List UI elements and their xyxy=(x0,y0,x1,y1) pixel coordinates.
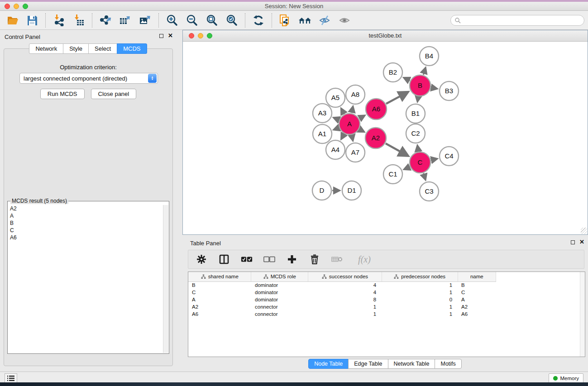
show-columns-icon[interactable] xyxy=(218,253,230,265)
table-cell[interactable]: dominator xyxy=(251,296,308,303)
table-cell[interactable]: 1 xyxy=(382,281,458,289)
graph-edge-C-C1[interactable] xyxy=(408,167,410,168)
import-network-icon[interactable] xyxy=(52,14,66,27)
graph-edge-C-C4[interactable] xyxy=(431,160,433,160)
tab-node-table[interactable]: Node Table xyxy=(308,359,349,369)
network-close-button[interactable] xyxy=(189,33,194,38)
tab-mcds[interactable]: MCDS xyxy=(117,43,147,54)
panel-toggle-button[interactable] xyxy=(5,373,17,383)
run-mcds-button[interactable]: Run MCDS xyxy=(40,89,85,99)
graph-edge-A-A6[interactable] xyxy=(359,118,361,119)
network-canvas[interactable]: B4B2BB3B1A5A8A6A3AA1A2A4A7C2CC1C4C3DD1 xyxy=(183,42,588,234)
table-cell[interactable]: dominator xyxy=(251,289,308,296)
table-cell[interactable]: C xyxy=(188,289,251,296)
table-row[interactable]: A2connector11A2 xyxy=(188,303,496,310)
table-cell[interactable]: A2 xyxy=(458,303,496,310)
mcds-result-item[interactable]: A6 xyxy=(10,234,163,241)
table-cell[interactable]: 0 xyxy=(382,296,458,303)
column-header-successor-nodes[interactable]: successor nodes xyxy=(308,272,382,281)
network-zoom-button[interactable] xyxy=(207,33,212,38)
graph-edge-B-B4[interactable] xyxy=(423,72,424,75)
tab-network[interactable]: Network xyxy=(29,43,63,54)
graph-edge-C-C2[interactable] xyxy=(418,150,419,151)
tab-select[interactable]: Select xyxy=(88,43,117,54)
open-session-icon[interactable] xyxy=(5,14,19,27)
table-cell[interactable]: 1 xyxy=(308,310,382,318)
table-cell[interactable]: 1 xyxy=(382,289,458,296)
export-network-icon[interactable] xyxy=(99,14,112,27)
tab-edge-table[interactable]: Edge Table xyxy=(348,359,388,369)
table-row[interactable]: Bdominator41B xyxy=(188,281,496,289)
graph-edge-A-A1[interactable] xyxy=(338,128,339,129)
graph-edge-A6-B[interactable] xyxy=(386,95,402,104)
delete-rows-icon[interactable] xyxy=(309,253,320,265)
duplicate-network-icon[interactable] xyxy=(278,14,292,27)
table-settings-icon[interactable] xyxy=(196,253,207,265)
table-cell[interactable]: dominator xyxy=(251,281,308,289)
table-cell[interactable]: 1 xyxy=(382,303,458,310)
column-header-predecessor-nodes[interactable]: predecessor nodes xyxy=(382,272,458,281)
add-row-icon[interactable] xyxy=(286,253,298,265)
table-cell[interactable]: 4 xyxy=(308,289,382,296)
mcds-result-item[interactable]: C xyxy=(10,227,163,234)
float-panel-icon[interactable] xyxy=(159,34,163,38)
zoom-in-icon[interactable] xyxy=(165,14,179,27)
table-cell[interactable]: A xyxy=(188,296,251,303)
search-input[interactable] xyxy=(461,17,580,24)
result-scrollbar[interactable] xyxy=(163,205,168,353)
memory-button[interactable]: Memory xyxy=(549,373,583,383)
graph-edge-A-A7[interactable] xyxy=(352,135,352,136)
float-table-panel-icon[interactable] xyxy=(571,240,575,244)
import-table-icon[interactable] xyxy=(72,14,86,27)
graph-edge-B-B2[interactable] xyxy=(408,80,410,81)
show-hidden-icon[interactable] xyxy=(338,14,352,27)
graph-edge-A-A8[interactable] xyxy=(352,111,352,113)
close-window-button[interactable] xyxy=(5,4,10,9)
mcds-result-item[interactable]: A xyxy=(10,212,163,219)
refresh-icon[interactable] xyxy=(252,14,265,27)
mcds-result-item[interactable]: A2 xyxy=(10,205,163,212)
tab-style[interactable]: Style xyxy=(63,43,89,54)
table-cell[interactable]: C xyxy=(458,289,496,296)
table-row[interactable]: Cdominator41C xyxy=(188,289,496,296)
delete-column-icon[interactable] xyxy=(331,253,343,265)
table-row[interactable]: Adominator80A xyxy=(188,296,496,303)
deselect-all-icon[interactable] xyxy=(263,253,275,265)
tab-motifs[interactable]: Motifs xyxy=(435,359,461,369)
graph-edge-C-C3[interactable] xyxy=(423,173,424,176)
tab-network-table[interactable]: Network Table xyxy=(388,359,435,369)
table-cell[interactable]: 8 xyxy=(308,296,382,303)
network-window-titlebar[interactable]: testGlobe.txt xyxy=(183,30,588,42)
graph-edge-A2-C[interactable] xyxy=(386,143,402,152)
graph-edge-B-B3[interactable] xyxy=(431,88,433,88)
zoom-window-button[interactable] xyxy=(23,4,28,9)
export-table-icon[interactable] xyxy=(119,14,132,27)
table-cell[interactable]: 1 xyxy=(308,303,382,310)
search-field[interactable] xyxy=(450,15,584,26)
close-panel-icon[interactable]: ✕ xyxy=(168,33,173,38)
resize-grip[interactable] xyxy=(581,228,587,234)
graph-edge-A-A2[interactable] xyxy=(359,129,360,130)
graph-edge-A-A4[interactable] xyxy=(343,134,344,135)
minimize-window-button[interactable] xyxy=(14,4,19,9)
graph-edge-A-A3[interactable] xyxy=(338,119,339,120)
column-header-mcds-role[interactable]: MCDS role xyxy=(251,272,308,281)
zoom-selected-icon[interactable] xyxy=(225,14,239,27)
column-header-name[interactable]: name xyxy=(458,272,496,281)
column-header-shared-name[interactable]: shared name xyxy=(188,272,251,281)
function-builder-icon[interactable]: f(x) xyxy=(354,253,375,265)
select-all-icon[interactable] xyxy=(241,253,253,265)
table-cell[interactable]: A6 xyxy=(188,310,251,318)
mcds-result-item[interactable]: B xyxy=(10,219,163,227)
criterion-dropdown[interactable]: largest connected component (directed) ▲… xyxy=(19,73,158,84)
table-cell[interactable]: connector xyxy=(251,303,308,310)
save-session-icon[interactable] xyxy=(25,14,39,27)
hide-selected-icon[interactable] xyxy=(318,14,332,27)
close-table-panel-icon[interactable]: ✕ xyxy=(579,240,584,244)
table-cell[interactable]: connector xyxy=(251,310,308,318)
close-panel-button[interactable]: Close panel xyxy=(91,89,137,99)
first-neighbors-icon[interactable] xyxy=(298,14,312,27)
graph-edge-A-A5[interactable] xyxy=(343,112,344,114)
zoom-fit-icon[interactable] xyxy=(205,14,219,27)
table-cell[interactable]: A2 xyxy=(188,303,251,310)
